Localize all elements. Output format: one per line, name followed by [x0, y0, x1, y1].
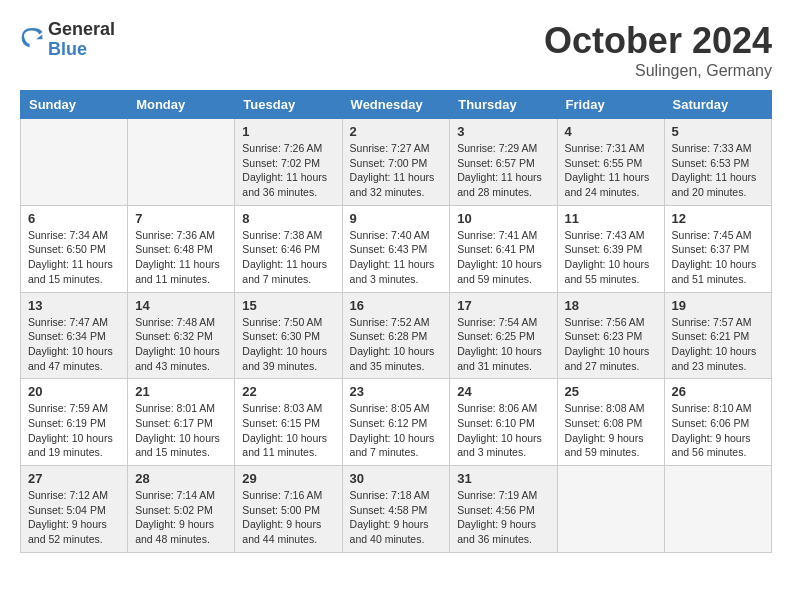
- day-info: Sunrise: 7:29 AMSunset: 6:57 PMDaylight:…: [457, 141, 549, 200]
- calendar-day-cell: 17Sunrise: 7:54 AMSunset: 6:25 PMDayligh…: [450, 292, 557, 379]
- calendar-day-cell: 4Sunrise: 7:31 AMSunset: 6:55 PMDaylight…: [557, 119, 664, 206]
- day-number: 30: [350, 471, 443, 486]
- calendar-day-cell: 8Sunrise: 7:38 AMSunset: 6:46 PMDaylight…: [235, 205, 342, 292]
- weekday-header: Wednesday: [342, 91, 450, 119]
- day-number: 24: [457, 384, 549, 399]
- calendar-day-cell: 26Sunrise: 8:10 AMSunset: 6:06 PMDayligh…: [664, 379, 771, 466]
- day-number: 16: [350, 298, 443, 313]
- day-info: Sunrise: 7:34 AMSunset: 6:50 PMDaylight:…: [28, 228, 120, 287]
- calendar-week-row: 20Sunrise: 7:59 AMSunset: 6:19 PMDayligh…: [21, 379, 772, 466]
- calendar-day-cell: 18Sunrise: 7:56 AMSunset: 6:23 PMDayligh…: [557, 292, 664, 379]
- day-info: Sunrise: 7:18 AMSunset: 4:58 PMDaylight:…: [350, 488, 443, 547]
- weekday-header-row: SundayMondayTuesdayWednesdayThursdayFrid…: [21, 91, 772, 119]
- calendar-day-cell: 5Sunrise: 7:33 AMSunset: 6:53 PMDaylight…: [664, 119, 771, 206]
- calendar-day-cell: 23Sunrise: 8:05 AMSunset: 6:12 PMDayligh…: [342, 379, 450, 466]
- calendar-day-cell: 9Sunrise: 7:40 AMSunset: 6:43 PMDaylight…: [342, 205, 450, 292]
- day-info: Sunrise: 7:36 AMSunset: 6:48 PMDaylight:…: [135, 228, 227, 287]
- day-info: Sunrise: 7:40 AMSunset: 6:43 PMDaylight:…: [350, 228, 443, 287]
- calendar-day-cell: 27Sunrise: 7:12 AMSunset: 5:04 PMDayligh…: [21, 466, 128, 553]
- weekday-header: Sunday: [21, 91, 128, 119]
- day-number: 4: [565, 124, 657, 139]
- calendar-day-cell: 31Sunrise: 7:19 AMSunset: 4:56 PMDayligh…: [450, 466, 557, 553]
- day-info: Sunrise: 7:59 AMSunset: 6:19 PMDaylight:…: [28, 401, 120, 460]
- day-info: Sunrise: 7:27 AMSunset: 7:00 PMDaylight:…: [350, 141, 443, 200]
- calendar-day-cell: 28Sunrise: 7:14 AMSunset: 5:02 PMDayligh…: [128, 466, 235, 553]
- day-number: 6: [28, 211, 120, 226]
- day-number: 12: [672, 211, 764, 226]
- calendar-day-cell: 10Sunrise: 7:41 AMSunset: 6:41 PMDayligh…: [450, 205, 557, 292]
- day-info: Sunrise: 8:05 AMSunset: 6:12 PMDaylight:…: [350, 401, 443, 460]
- day-info: Sunrise: 7:45 AMSunset: 6:37 PMDaylight:…: [672, 228, 764, 287]
- day-number: 11: [565, 211, 657, 226]
- page-header: General Blue October 2024 Sulingen, Germ…: [20, 20, 772, 80]
- calendar-day-cell: [21, 119, 128, 206]
- calendar-day-cell: 2Sunrise: 7:27 AMSunset: 7:00 PMDaylight…: [342, 119, 450, 206]
- day-number: 27: [28, 471, 120, 486]
- day-number: 9: [350, 211, 443, 226]
- day-number: 20: [28, 384, 120, 399]
- day-number: 25: [565, 384, 657, 399]
- calendar-day-cell: 29Sunrise: 7:16 AMSunset: 5:00 PMDayligh…: [235, 466, 342, 553]
- calendar-day-cell: 12Sunrise: 7:45 AMSunset: 6:37 PMDayligh…: [664, 205, 771, 292]
- day-info: Sunrise: 8:08 AMSunset: 6:08 PMDaylight:…: [565, 401, 657, 460]
- calendar-week-row: 6Sunrise: 7:34 AMSunset: 6:50 PMDaylight…: [21, 205, 772, 292]
- day-number: 23: [350, 384, 443, 399]
- logo-icon: [20, 28, 44, 52]
- calendar-day-cell: 16Sunrise: 7:52 AMSunset: 6:28 PMDayligh…: [342, 292, 450, 379]
- day-info: Sunrise: 8:10 AMSunset: 6:06 PMDaylight:…: [672, 401, 764, 460]
- day-info: Sunrise: 7:47 AMSunset: 6:34 PMDaylight:…: [28, 315, 120, 374]
- calendar-day-cell: 20Sunrise: 7:59 AMSunset: 6:19 PMDayligh…: [21, 379, 128, 466]
- day-number: 2: [350, 124, 443, 139]
- day-info: Sunrise: 7:57 AMSunset: 6:21 PMDaylight:…: [672, 315, 764, 374]
- calendar-day-cell: 21Sunrise: 8:01 AMSunset: 6:17 PMDayligh…: [128, 379, 235, 466]
- logo: General Blue: [20, 20, 115, 60]
- weekday-header: Thursday: [450, 91, 557, 119]
- day-info: Sunrise: 7:26 AMSunset: 7:02 PMDaylight:…: [242, 141, 334, 200]
- day-info: Sunrise: 7:52 AMSunset: 6:28 PMDaylight:…: [350, 315, 443, 374]
- calendar-day-cell: 15Sunrise: 7:50 AMSunset: 6:30 PMDayligh…: [235, 292, 342, 379]
- day-number: 21: [135, 384, 227, 399]
- weekday-header: Friday: [557, 91, 664, 119]
- day-info: Sunrise: 7:54 AMSunset: 6:25 PMDaylight:…: [457, 315, 549, 374]
- day-info: Sunrise: 7:16 AMSunset: 5:00 PMDaylight:…: [242, 488, 334, 547]
- calendar-table: SundayMondayTuesdayWednesdayThursdayFrid…: [20, 90, 772, 553]
- calendar-day-cell: [128, 119, 235, 206]
- day-number: 1: [242, 124, 334, 139]
- calendar-week-row: 1Sunrise: 7:26 AMSunset: 7:02 PMDaylight…: [21, 119, 772, 206]
- calendar-day-cell: 24Sunrise: 8:06 AMSunset: 6:10 PMDayligh…: [450, 379, 557, 466]
- day-info: Sunrise: 8:03 AMSunset: 6:15 PMDaylight:…: [242, 401, 334, 460]
- calendar-day-cell: 25Sunrise: 8:08 AMSunset: 6:08 PMDayligh…: [557, 379, 664, 466]
- logo-blue: Blue: [48, 40, 115, 60]
- day-number: 22: [242, 384, 334, 399]
- calendar-day-cell: 3Sunrise: 7:29 AMSunset: 6:57 PMDaylight…: [450, 119, 557, 206]
- day-number: 10: [457, 211, 549, 226]
- calendar-day-cell: 19Sunrise: 7:57 AMSunset: 6:21 PMDayligh…: [664, 292, 771, 379]
- month-title: October 2024: [544, 20, 772, 62]
- day-info: Sunrise: 7:38 AMSunset: 6:46 PMDaylight:…: [242, 228, 334, 287]
- day-info: Sunrise: 7:14 AMSunset: 5:02 PMDaylight:…: [135, 488, 227, 547]
- day-info: Sunrise: 8:06 AMSunset: 6:10 PMDaylight:…: [457, 401, 549, 460]
- weekday-header: Tuesday: [235, 91, 342, 119]
- calendar-day-cell: [664, 466, 771, 553]
- calendar-day-cell: 22Sunrise: 8:03 AMSunset: 6:15 PMDayligh…: [235, 379, 342, 466]
- calendar-day-cell: 30Sunrise: 7:18 AMSunset: 4:58 PMDayligh…: [342, 466, 450, 553]
- day-info: Sunrise: 7:50 AMSunset: 6:30 PMDaylight:…: [242, 315, 334, 374]
- day-number: 5: [672, 124, 764, 139]
- day-number: 31: [457, 471, 549, 486]
- calendar-day-cell: 14Sunrise: 7:48 AMSunset: 6:32 PMDayligh…: [128, 292, 235, 379]
- calendar-day-cell: 1Sunrise: 7:26 AMSunset: 7:02 PMDaylight…: [235, 119, 342, 206]
- logo-general: General: [48, 20, 115, 40]
- calendar-week-row: 27Sunrise: 7:12 AMSunset: 5:04 PMDayligh…: [21, 466, 772, 553]
- day-info: Sunrise: 7:31 AMSunset: 6:55 PMDaylight:…: [565, 141, 657, 200]
- day-number: 3: [457, 124, 549, 139]
- title-block: October 2024 Sulingen, Germany: [544, 20, 772, 80]
- weekday-header: Saturday: [664, 91, 771, 119]
- calendar-week-row: 13Sunrise: 7:47 AMSunset: 6:34 PMDayligh…: [21, 292, 772, 379]
- day-info: Sunrise: 8:01 AMSunset: 6:17 PMDaylight:…: [135, 401, 227, 460]
- calendar-day-cell: 7Sunrise: 7:36 AMSunset: 6:48 PMDaylight…: [128, 205, 235, 292]
- calendar-day-cell: 13Sunrise: 7:47 AMSunset: 6:34 PMDayligh…: [21, 292, 128, 379]
- day-number: 8: [242, 211, 334, 226]
- day-info: Sunrise: 7:33 AMSunset: 6:53 PMDaylight:…: [672, 141, 764, 200]
- day-info: Sunrise: 7:41 AMSunset: 6:41 PMDaylight:…: [457, 228, 549, 287]
- day-number: 13: [28, 298, 120, 313]
